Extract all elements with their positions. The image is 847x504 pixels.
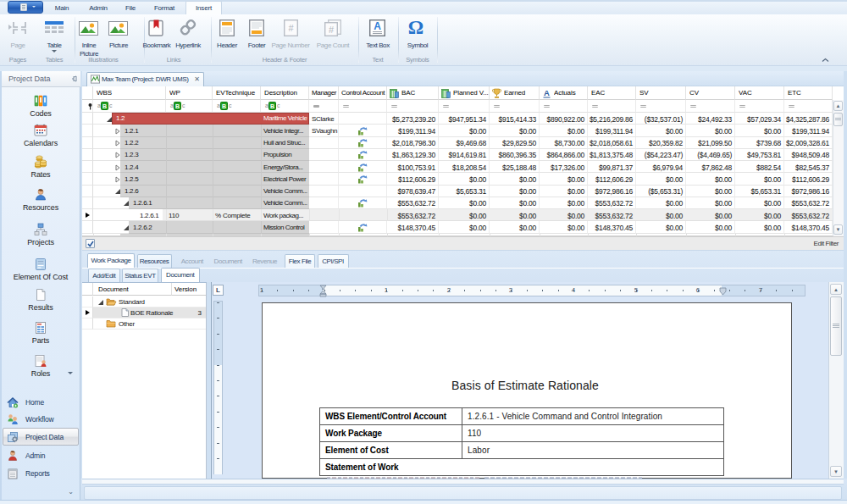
svg-text:A: A bbox=[544, 88, 550, 97]
svg-text:#: # bbox=[329, 25, 335, 35]
svg-text:A: A bbox=[374, 20, 381, 32]
svg-text:#: # bbox=[288, 23, 294, 33]
